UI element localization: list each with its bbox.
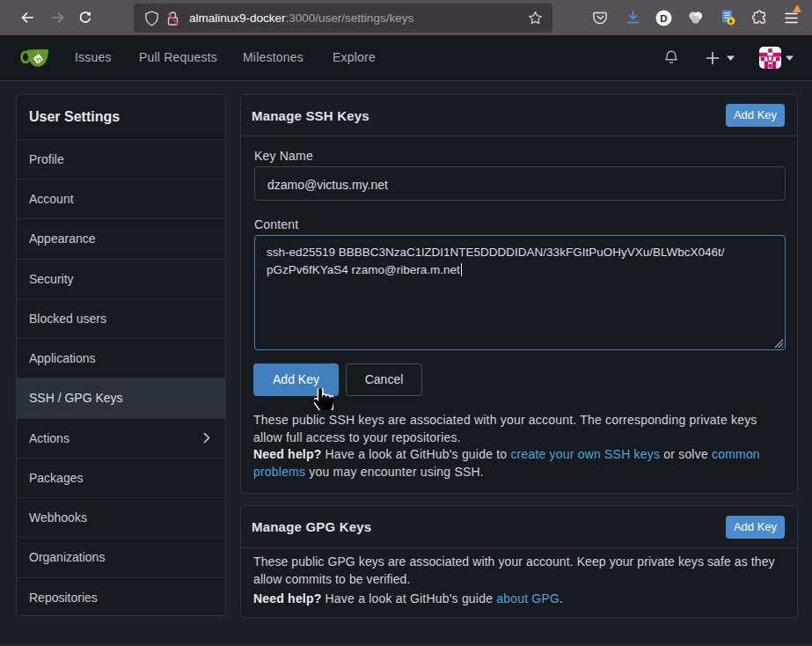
svg-text:D: D (660, 13, 667, 24)
